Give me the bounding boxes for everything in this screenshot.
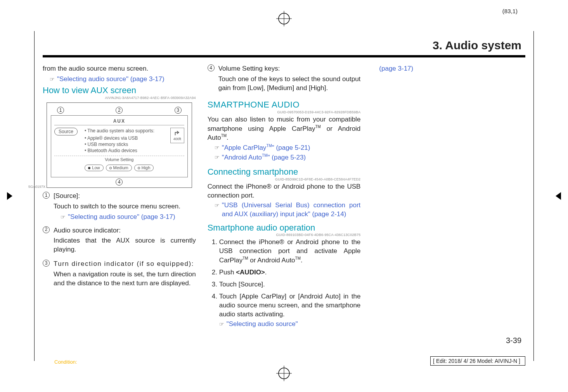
- ref-link: "Selecting audio source": [227, 320, 298, 329]
- column-2: 4 Volume Setting keys: Touch one of the …: [208, 64, 361, 331]
- trim-line-left: [34, 31, 35, 361]
- turn-arrow: 400ft: [170, 128, 184, 143]
- smartphone-intro: You can also listen to music from your c…: [208, 115, 361, 142]
- figure-code: 5GA0197X: [28, 184, 45, 189]
- fig-list-item: Apple® devices via USB: [85, 135, 166, 141]
- vol-setting-label: Volume Setting: [54, 156, 184, 163]
- callout-3: 3: [175, 107, 182, 114]
- item1-text: Touch to switch to the source menu scree…: [54, 202, 196, 211]
- crop-mark-right: [556, 192, 561, 200]
- vol-low: Low: [85, 165, 103, 171]
- ref-page-continuation: (page 3-17): [379, 64, 525, 73]
- ref-link: "Selecting audio source" (page 3-17): [57, 75, 165, 84]
- column-1: from the audio source menu screen. ☞ "Se…: [43, 64, 196, 331]
- callout-1: 1: [57, 107, 64, 114]
- crop-mark-top: [276, 11, 292, 26]
- item4-text: Touch one of the keys to select the soun…: [218, 75, 361, 93]
- guid: GUID-869103BD-04F6-4DB6-95CA-436C13C02B7…: [208, 232, 361, 237]
- aux-screen-figure: 1 2 3 AUX Source The audio system also s…: [47, 102, 192, 188]
- item4-label: Volume Setting keys:: [218, 64, 361, 73]
- item2-text: Indicates that the AUX source is current…: [54, 236, 196, 254]
- page-number: 3-39: [43, 336, 525, 345]
- list-marker-2: 2: [43, 226, 50, 233]
- item2-label: Audio source indicator:: [54, 226, 196, 235]
- pointer-icon: ☞: [215, 154, 220, 161]
- op-step-4: Touch [Apple CarPlay] or [Android Auto] …: [219, 292, 361, 329]
- vol-med: Medium: [106, 165, 132, 171]
- list-marker-3: 3: [43, 260, 50, 267]
- fig-list-item: USB memory sticks: [85, 141, 166, 147]
- footer-edit-info: [ Edit: 2018/ 4/ 26 Model: AIVINJ-N ]: [430, 356, 525, 366]
- fig-supports: The audio system also supports:: [85, 128, 166, 134]
- op-step-3: Touch [Source].: [219, 280, 361, 289]
- pointer-icon: ☞: [50, 76, 55, 83]
- pointer-icon: ☞: [219, 321, 224, 328]
- pointer-icon: ☞: [61, 213, 66, 221]
- list-marker-4: 4: [208, 64, 215, 71]
- trim-line-right: [533, 31, 534, 361]
- section-title-aux: How to view AUX screen: [43, 85, 196, 96]
- op-step-2: Push <AUDIO>.: [219, 268, 361, 277]
- callout-2: 2: [116, 107, 123, 114]
- ref-link: "Selecting audio source" (page 3-17): [68, 213, 175, 222]
- callout-4: 4: [116, 179, 123, 186]
- section-title-operation: Smartphone audio operation: [208, 222, 361, 234]
- ref-carplay: "Apple CarPlayTM" (page 5-21): [222, 143, 310, 153]
- crop-mark-left: [7, 192, 12, 200]
- item1-label: [Source]:: [54, 192, 196, 201]
- divider: [43, 55, 525, 57]
- pointer-icon: ☞: [215, 144, 220, 151]
- section-title-connecting: Connecting smartphone: [208, 166, 361, 178]
- vol-high: High: [134, 165, 154, 171]
- intro-text: from the audio source menu screen.: [43, 64, 196, 73]
- source-button: Source: [54, 128, 78, 135]
- footer-condition: Condition:: [54, 359, 77, 365]
- section-title-smartphone: SMARTPHONE AUDIO: [208, 99, 361, 111]
- item3-text: When a navigation route is set, the turn…: [54, 270, 196, 288]
- turn-distance: 400ft: [173, 137, 181, 141]
- list-marker-1: 1: [43, 192, 50, 199]
- column-3: (page 3-17): [372, 64, 525, 331]
- fig-list-item: Bluetooth Audio devices: [85, 147, 166, 154]
- op-step-1: Connect the iPhone® or Android phone to …: [219, 238, 361, 265]
- ref-usb: "USB (Universal Serial Bus) connection p…: [222, 201, 361, 219]
- connecting-text: Connect the iPhone® or Android phone to …: [208, 182, 361, 200]
- ref-android: "Android AutoTM" (page 5-23): [222, 153, 306, 162]
- chapter-title: 3. Audio system: [43, 39, 525, 52]
- item3-label: Turn direction indicator (if so equipped…: [54, 260, 196, 269]
- aux-label: AUX: [54, 118, 184, 125]
- pointer-icon: ☞: [215, 202, 220, 209]
- sheet-number: (83,1): [502, 8, 518, 14]
